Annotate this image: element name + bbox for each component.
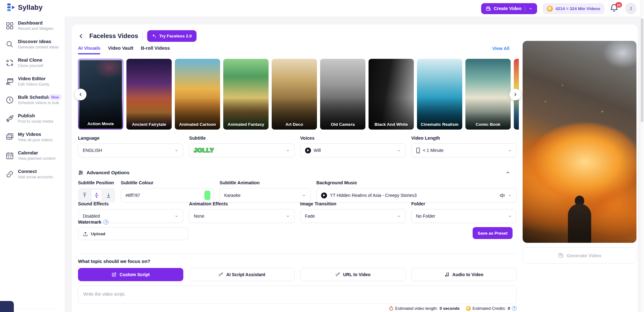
back-button[interactable]	[78, 33, 85, 40]
style-card-art-deco[interactable]: Art Deco	[272, 59, 317, 130]
view-all-link[interactable]: View All	[492, 46, 509, 51]
play-voice-icon[interactable]	[305, 148, 311, 153]
help-icon[interactable]: ?	[103, 220, 108, 225]
clone-swap-icon	[6, 59, 14, 67]
mode-custom-script[interactable]: Custom Script	[78, 268, 183, 281]
new-badge: New	[48, 94, 62, 100]
button-divider	[525, 6, 525, 11]
style-card-animated-cartoon[interactable]: Animated Cartoon	[175, 59, 220, 130]
page-title: Faceless Videos	[89, 32, 138, 40]
subtitle-colour-input[interactable]: #6ff787	[121, 188, 214, 203]
style-card-old-camera[interactable]: Old Camera	[320, 59, 365, 130]
align-top-button[interactable]	[79, 189, 90, 201]
watermark-upload-button[interactable]: Upload	[78, 227, 188, 240]
help-icon[interactable]: ?	[512, 306, 517, 311]
sidebar-item-bulk-scheduler[interactable]: Bulk SchedulerSchedule videos in bulk Ne…	[0, 91, 65, 109]
try-faceless-label: Try Faceless 2.0	[159, 34, 192, 38]
chevron-down-icon	[508, 193, 512, 198]
sidebar-item-video-editor[interactable]: Video EditorEdit Videos Easily	[0, 72, 65, 91]
mode-ai-script-assistant[interactable]: AI Script Assistant	[189, 268, 294, 281]
language-value: ENGLISH	[83, 148, 172, 153]
save-as-preset-button[interactable]: Save as Preset	[473, 227, 513, 239]
grid-icon	[6, 22, 14, 30]
sidebar-item-dashboard[interactable]: DashboardRecent and Widgets	[0, 16, 65, 35]
animation-effects-label: Animation Effects	[189, 201, 294, 206]
try-faceless-button[interactable]: Try Faceless 2.0	[147, 30, 197, 42]
sidebar-item-connect[interactable]: ConnectAdd social accounts	[0, 165, 65, 183]
brand-logo[interactable]: Syllaby	[7, 3, 42, 12]
speaker-icon[interactable]	[500, 193, 505, 198]
sidebar-item-discover-ideas[interactable]: Discover IdeasGenerate content ideas	[0, 35, 65, 53]
mode-url-to-video[interactable]: URL to Video	[300, 268, 406, 281]
coin-icon: $	[466, 306, 471, 311]
style-card-ancient-fairytale[interactable]: Ancient Fairytale	[126, 59, 172, 130]
style-card-black-and-white[interactable]: Black And White	[369, 59, 414, 130]
generate-video-button[interactable]: Generate Video	[523, 247, 636, 264]
carousel-next-button[interactable]	[509, 89, 521, 100]
background-music-value: YT Hidden Realms of Asia - Creepy Storie…	[330, 193, 497, 198]
style-card-cinematic-realism[interactable]: Cinematic Realism	[417, 59, 462, 130]
sidebar-item-real-clone[interactable]: Real CloneClone yourself	[0, 53, 65, 72]
magic-wand-icon	[335, 272, 340, 277]
style-card-label: Old Camera	[320, 122, 365, 127]
syllaby-logo-icon	[7, 3, 15, 12]
subtitle-animation-select[interactable]: Karaoke	[219, 188, 311, 203]
image-transition-value: Fade	[305, 214, 394, 219]
chevron-down-icon[interactable]	[529, 7, 533, 11]
subtitle-position-group	[78, 188, 115, 203]
align-middle-button[interactable]	[91, 189, 102, 201]
sidebar-desc: View all your videos	[18, 137, 53, 142]
collapse-section-button[interactable]	[505, 170, 510, 175]
language-select[interactable]: ENGLISH	[78, 143, 183, 157]
sidebar-label: Publish	[18, 113, 53, 119]
estimated-credits-label: Estimated Credits:	[473, 306, 506, 311]
notification-count-badge: 10	[615, 2, 622, 8]
create-video-button[interactable]: Create Video	[481, 3, 537, 14]
animation-effects-select[interactable]: None	[189, 209, 294, 223]
style-card-comic-book[interactable]: Comic Book	[465, 59, 511, 130]
background-music-select[interactable]: YT Hidden Realms of Asia - Creepy Storie…	[316, 188, 517, 203]
sidebar-item-calendar[interactable]: CalendarView planned content	[0, 146, 65, 165]
page-scrollbar[interactable]	[640, 0, 644, 312]
clock-icon	[6, 96, 14, 104]
voices-select[interactable]: Will	[300, 143, 406, 157]
notifications-button[interactable]: 10	[610, 3, 619, 14]
folder-select[interactable]: No Folder	[411, 209, 517, 223]
mode-audio-to-video[interactable]: Audio to Video	[411, 268, 517, 281]
tab-ai-visuals[interactable]: AI Visuals	[78, 45, 100, 54]
credits-balance[interactable]: $ 4214 = 324 Min Videos	[543, 3, 604, 14]
carousel-prev-button[interactable]	[75, 89, 86, 100]
script-textarea[interactable]	[78, 286, 517, 304]
scrollbar-thumb[interactable]	[641, 18, 643, 122]
top-header: Syllaby Create Video $ 4214 = 324 Min Vi…	[0, 0, 644, 16]
subtitle-select[interactable]: JOLLY	[189, 143, 294, 157]
estimated-credits-value: 0	[508, 306, 510, 311]
sliders-icon	[78, 170, 84, 176]
generate-video-label: Generate Video	[567, 253, 601, 258]
sidebar-desc: Add social accounts	[18, 175, 53, 180]
create-video-label: Create Video	[494, 6, 521, 11]
folder-value: No Folder	[416, 214, 505, 219]
subtitle-colour-label: Subtitle Colour	[121, 180, 214, 185]
sidebar-desc: Post to social media	[18, 119, 53, 124]
chat-widget-launcher[interactable]	[0, 301, 14, 312]
align-bottom-button[interactable]	[103, 189, 114, 201]
tab-broll-videos[interactable]: B-roll Videos	[141, 45, 170, 54]
chevron-down-icon	[302, 193, 306, 198]
image-transition-select[interactable]: Fade	[300, 209, 406, 223]
chevron-right-icon	[513, 92, 518, 97]
video-length-select[interactable]: < 1 Minute	[411, 143, 517, 157]
tab-video-vault[interactable]: Video Vault	[108, 45, 133, 54]
style-card-animated-fantasy[interactable]: Animated Fantasy	[223, 59, 269, 130]
estimated-length-label: Estimated video length:	[395, 306, 438, 311]
chevron-down-icon	[286, 214, 290, 218]
user-avatar[interactable]: J	[625, 3, 636, 14]
play-music-icon[interactable]	[321, 192, 327, 198]
colour-swatch[interactable]	[204, 191, 210, 200]
search-icon	[6, 40, 14, 48]
save-as-preset-label: Save as Preset	[478, 231, 508, 236]
sidebar-item-publish[interactable]: PublishPost to social media	[0, 109, 65, 128]
sidebar-label: Video Editor	[18, 76, 49, 82]
sidebar-item-my-videos[interactable]: My VideosView all your videos	[0, 128, 65, 146]
magic-wand-icon	[218, 272, 223, 277]
